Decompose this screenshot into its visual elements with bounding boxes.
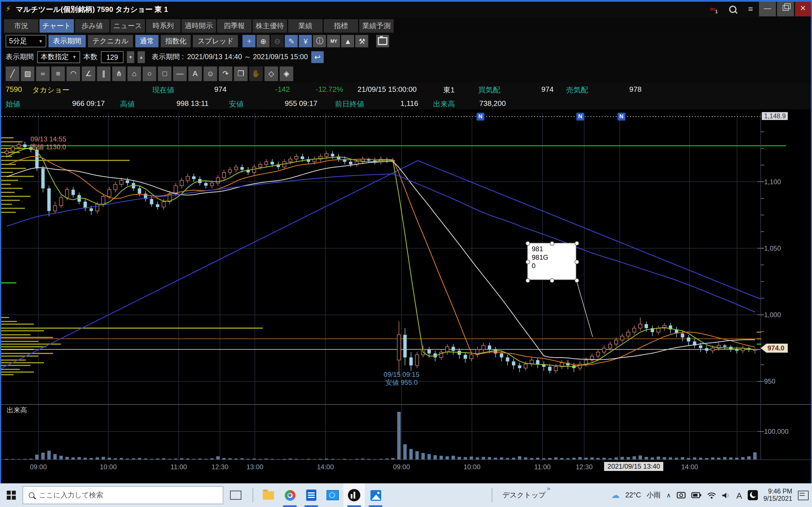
tab-指標[interactable]: 指標 (324, 19, 358, 33)
wifi-icon[interactable] (707, 492, 716, 499)
copy-object-tool[interactable]: ❐ (234, 66, 248, 81)
period-mode-select[interactable]: 本数指定▼ (37, 51, 80, 63)
news-marker-icon[interactable]: N (617, 113, 625, 121)
tab-歩み値[interactable]: 歩み値 (75, 19, 109, 33)
selection-handle[interactable] (550, 278, 554, 283)
close-button[interactable]: ✕ (795, 2, 811, 16)
tab-業績[interactable]: 業績 (288, 19, 322, 33)
toolbar-button-スプレッド[interactable]: スプレッド (193, 35, 238, 47)
quote-label-出来高: 出来高 (433, 99, 455, 109)
tab-時系列[interactable]: 時系列 (146, 19, 181, 33)
pointer-arrow-tool[interactable]: ↷ (219, 66, 232, 81)
selection-handle[interactable] (574, 278, 579, 283)
horizontal-segment-tool[interactable]: — (173, 66, 187, 81)
text-tool[interactable]: A (188, 66, 202, 81)
minimize-button[interactable]: — (759, 2, 776, 16)
parallel-lines-tool[interactable]: ▨ (21, 66, 35, 81)
menu-icon[interactable]: ≡ (744, 4, 757, 14)
hand-tool[interactable]: ✋ (249, 66, 263, 81)
ime-language-icon[interactable] (748, 490, 758, 500)
selection-handle[interactable] (525, 260, 530, 264)
taskbar-search-input[interactable]: ここに入力して検索 (22, 486, 223, 504)
icon-stamp-tool[interactable]: ☺ (204, 66, 217, 81)
tab-適時開示[interactable]: 適時開示 (182, 19, 216, 33)
text-annotation-line: 981G (532, 253, 572, 262)
toolbar-button-指数化[interactable]: 指数化 (161, 35, 191, 47)
taskbar-app-file-explorer[interactable] (258, 483, 279, 507)
reset-period-button[interactable]: ↩ (311, 51, 324, 63)
zoom-out-icon[interactable]: ⊖ (271, 35, 284, 47)
rectangle-tool[interactable]: □ (158, 66, 171, 81)
market-name: 東1 (443, 85, 455, 95)
taskbar-separator (253, 488, 253, 503)
tab-四季報[interactable]: 四季報 (217, 19, 252, 33)
news-marker-icon[interactable]: N (476, 113, 485, 121)
toolbar-button-表示期間[interactable]: 表示期間 (49, 35, 86, 47)
tab-業績予測[interactable]: 業績予測 (359, 19, 394, 33)
pencil-icon[interactable]: ✎ (285, 35, 298, 47)
current-price: 974 (214, 85, 226, 94)
tab-チャート[interactable]: チャート (40, 19, 74, 33)
print-button[interactable] (376, 35, 389, 47)
toolbar-button-通常[interactable]: 通常 (135, 35, 158, 47)
eraser-tool[interactable]: ◇ (264, 66, 278, 81)
two-horizontal-lines-tool[interactable]: ＝ (36, 66, 50, 81)
area-chart-icon[interactable]: ▲ (342, 35, 354, 47)
hidden-icons-chevron[interactable]: ∧ (666, 492, 671, 499)
clock[interactable]: 9:46 PM 9/15/2021 (763, 488, 792, 503)
speaker-icon[interactable] (722, 492, 731, 499)
low-annotation: 09/15 09:15安値 955.0 (384, 371, 419, 386)
vertical-lines-tool[interactable]: ∥ (97, 66, 110, 81)
news-marker-icon[interactable]: N (576, 113, 584, 121)
weather-temp[interactable]: 22°C (625, 491, 641, 499)
fan-lines-tool[interactable]: ∠ (82, 66, 95, 81)
tab-株主優待[interactable]: 株主優待 (253, 19, 287, 33)
pitchfork-tool[interactable]: ⋔ (112, 66, 126, 81)
eraser-all-tool[interactable]: ◈ (280, 66, 293, 81)
taskbar-app-chrome[interactable] (279, 483, 301, 507)
taskbar-app-trading-active[interactable] (343, 483, 365, 507)
ime-mode-a[interactable]: A (737, 490, 742, 500)
toolbar-button-テクニカル[interactable]: テクニカル (88, 35, 133, 47)
zoom-in-icon[interactable]: ⊕ (257, 35, 270, 47)
three-horizontal-lines-tool[interactable]: ≡ (51, 66, 65, 81)
y-axis-label-1,050: 1,050 (764, 244, 781, 252)
taskbar-app-remote-viewer[interactable] (322, 483, 343, 507)
restore-button[interactable] (777, 2, 794, 16)
notification-center-icon[interactable] (798, 490, 809, 500)
wrench-icon[interactable]: ⚒ (356, 35, 368, 47)
tab-ニュース[interactable]: ニュース (110, 19, 145, 33)
selection-handle[interactable] (525, 241, 530, 245)
pentagon-tool[interactable]: ⌂ (128, 66, 141, 81)
battery-icon[interactable] (691, 492, 702, 499)
titlebar: ⚡ マルチツール(個別銘柄) 7590 タカショー 東 1 ∞1 ≡ — ✕ (1, 0, 811, 17)
tab-市況[interactable]: 市況 (4, 19, 38, 33)
fibonacci-arc-tool[interactable]: ◠ (66, 66, 80, 81)
ellipse-tool[interactable]: ○ (143, 66, 156, 81)
selection-handle[interactable] (574, 241, 579, 245)
weather-desc[interactable]: 小雨 (647, 490, 661, 500)
count-decrement-button[interactable]: ▼ (127, 51, 134, 63)
selection-handle[interactable] (574, 260, 579, 264)
chart-area[interactable]: 1,148.91,1001,0501,000950974.0100,00009:… (1, 109, 811, 483)
taskbar-app-photos[interactable] (365, 483, 386, 507)
price-change-pct: -12.72% (316, 85, 343, 94)
selection-handle[interactable] (550, 241, 554, 245)
taskbar-app-news[interactable] (301, 483, 322, 507)
crosshair-icon[interactable]: ＋ (243, 35, 256, 47)
search-icon[interactable] (726, 6, 739, 16)
start-button[interactable] (0, 483, 22, 507)
text-annotation-box[interactable]: 981981G0 (527, 243, 576, 280)
trend-line-tool[interactable]: ╱ (6, 66, 19, 81)
desktop-toolbar[interactable]: デスクトップ » (502, 490, 549, 500)
count-increment-button[interactable]: ▲ (138, 51, 145, 63)
my-chart-icon[interactable]: MY (327, 35, 340, 47)
yen-scale-icon[interactable]: ¥ (299, 35, 312, 47)
selection-handle[interactable] (525, 278, 530, 283)
bar-count-input[interactable]: 129 (101, 51, 123, 63)
task-view-icon[interactable] (230, 491, 241, 500)
camera-tray-icon[interactable] (677, 491, 686, 499)
link-group-icon[interactable]: ∞1 (708, 4, 720, 14)
info-icon[interactable]: ⓘ (313, 35, 326, 47)
timeframe-select[interactable]: 5分足▼ (6, 35, 46, 47)
